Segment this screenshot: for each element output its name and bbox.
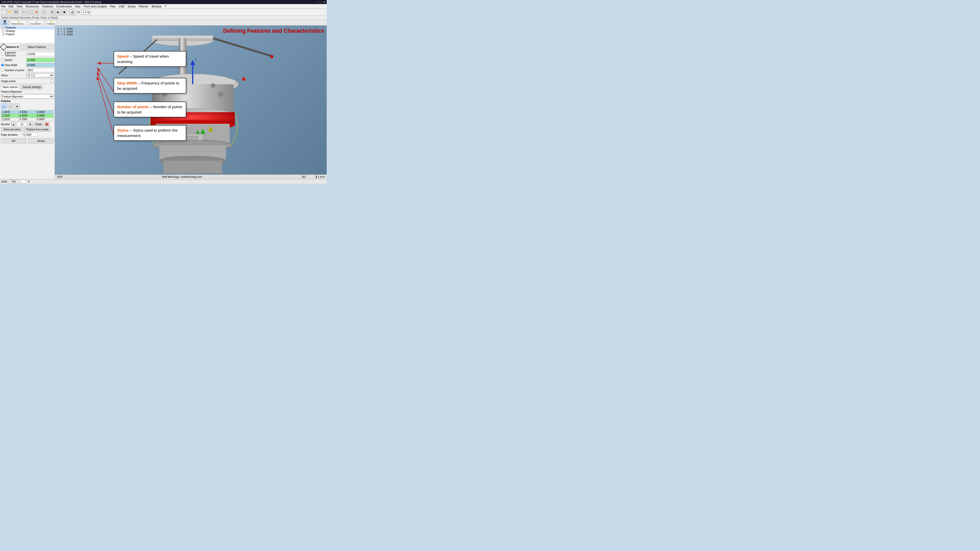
expected-tolerance-radio[interactable] xyxy=(1,52,4,56)
reset-button[interactable]: Reset xyxy=(28,138,54,143)
menu-help[interactable]: ? xyxy=(165,5,166,8)
cell-c3: 0.0000 xyxy=(36,114,53,118)
run-input[interactable] xyxy=(21,180,26,183)
maximize-btn[interactable]: □ xyxy=(320,1,321,3)
shape-rect-btn[interactable]: ▭ xyxy=(1,103,6,109)
number-up-btn[interactable]: ▲ xyxy=(11,122,16,126)
number-input[interactable] xyxy=(17,122,27,126)
polyline-from-model-button[interactable]: Polyline from model xyxy=(24,127,51,132)
menu-construction[interactable]: Construction xyxy=(56,5,72,8)
menu-edit[interactable]: Edit xyxy=(9,5,14,8)
polyline-label-item: Polyline xyxy=(6,33,14,36)
stylus-term: Stylus xyxy=(117,128,129,132)
feature-item-strategy[interactable]: 📋 Strategy xyxy=(0,29,54,33)
delete-button[interactable]: 🗑 xyxy=(45,122,49,126)
run-button[interactable]: Run xyxy=(9,179,18,183)
speed-input[interactable] xyxy=(26,58,55,62)
svg-line-2 xyxy=(213,38,272,56)
mode-features[interactable]: ⭐ Features xyxy=(46,20,57,25)
scale-indicator: 1 inch xyxy=(316,176,325,178)
edge-deviation-input[interactable] xyxy=(22,133,38,137)
features-icon: ⭐ xyxy=(50,21,52,23)
menu-extras[interactable]: Extras xyxy=(128,5,136,8)
menu-form[interactable]: Form and Location xyxy=(84,5,107,8)
features-label: Features xyxy=(47,23,56,25)
menu-planner[interactable]: Planner xyxy=(139,5,148,8)
annotation-number-points: Number of points – Number of points to b… xyxy=(114,102,186,118)
show-all-points-button[interactable]: Show all points xyxy=(1,127,23,132)
mode-bar: ⬛ CMM 📏 Measuremen... 📊 Characterist... … xyxy=(0,20,327,25)
step-width-term: Step Width xyxy=(117,81,137,85)
number-down-btn[interactable]: ▼ xyxy=(28,122,33,126)
cmm-label: CMM xyxy=(2,23,7,25)
toolbar-cut[interactable]: ✂ xyxy=(21,10,27,15)
toolbar-b2[interactable]: ▶ xyxy=(56,10,61,15)
svg-rect-32 xyxy=(163,161,222,173)
paste-button[interactable]: Paste xyxy=(34,122,44,126)
shape-circle-btn[interactable]: ○ xyxy=(8,103,13,109)
toolbar-new[interactable]: 📄 xyxy=(1,10,6,15)
feature-item-features[interactable]: 📋 Features xyxy=(0,26,54,29)
status-bar: 2024 Wolf Metrology | wolfmetrology.com … xyxy=(55,175,327,179)
toolbar-search[interactable]: 🔍 xyxy=(41,10,47,15)
expected-tolerance-input[interactable] xyxy=(26,52,55,56)
ok-button[interactable]: OK xyxy=(1,138,26,143)
annotation-speed: Speed – Speed of travel when scanning xyxy=(114,51,186,67)
menu-resources[interactable]: Resources xyxy=(25,5,39,8)
speed-radio[interactable] xyxy=(1,59,4,62)
polyline-icon: 📋 xyxy=(2,33,5,36)
step-width-radio[interactable] xyxy=(1,64,4,67)
cell-c1: 2.2525 xyxy=(1,114,19,118)
number-label: Number xyxy=(1,123,10,126)
menu-features[interactable]: Features xyxy=(42,5,53,8)
close-btn[interactable]: ✕ xyxy=(323,1,325,3)
number-points-label: Number of points xyxy=(1,68,25,72)
measurement-icon: 📏 xyxy=(18,21,20,23)
stylus-select[interactable]: ‌#1 1-Z xyxy=(26,73,54,77)
stylus-label: Stylus xyxy=(1,74,25,77)
menu-window[interactable]: Window xyxy=(151,5,162,8)
single-points-checkbox[interactable] xyxy=(51,79,54,83)
tab-basic-options[interactable]: Basic options xyxy=(1,85,20,89)
axis-select[interactable]: 1-Z xyxy=(81,10,91,14)
number-points-input[interactable] xyxy=(26,68,55,72)
mode-cmm[interactable]: ⬛ CMM xyxy=(1,20,8,25)
toolbar-b1[interactable]: ⚙ xyxy=(49,10,55,15)
toolbar-open[interactable]: 📂 xyxy=(7,10,13,15)
menu-file[interactable]: File xyxy=(1,5,6,8)
annotation-stylus: Stylus – Stylus used to preform the meas… xyxy=(114,125,186,141)
svg-marker-9 xyxy=(190,60,195,65)
single-points-label: Single points xyxy=(1,80,16,83)
toolbar-print[interactable]: 🖨 xyxy=(69,10,75,15)
shape-dot-btn[interactable]: ● xyxy=(14,103,20,109)
number-points-radio[interactable] xyxy=(1,68,4,72)
feature-alignment-select[interactable]: Feature Alignment xyxy=(1,94,54,99)
toolbar-save[interactable]: 💾 xyxy=(13,10,19,15)
table-row[interactable]: 2.2525 4.9200 0.0000 xyxy=(1,114,54,118)
mode-characteristic[interactable]: 📊 Characterist... xyxy=(29,20,44,25)
table-row[interactable]: 2.2525 4.7000 0.0000 xyxy=(1,118,54,121)
cell-c2: 4.7000 xyxy=(19,118,36,121)
toolbar-b3[interactable]: ⏹ xyxy=(62,10,67,15)
menu-plan[interactable]: Plan xyxy=(110,5,116,8)
speed-label: Speed xyxy=(1,59,25,62)
toolbar-copy[interactable]: 📋 xyxy=(27,10,33,15)
feature-alignment-select-row: Feature Alignment xyxy=(0,94,55,99)
expected-tolerance-label: Expected Tolerance xyxy=(1,51,25,57)
mode-measurement[interactable]: 📏 Measuremen... xyxy=(11,20,27,25)
feature-list[interactable]: 📋 Features 📋 Strategy 📋 Polyline xyxy=(0,25,55,43)
polyline-section-label: Polyline xyxy=(0,99,55,103)
table-row[interactable]: 1.4976 4.9200 0.0000 xyxy=(1,110,54,114)
menu-view[interactable]: View xyxy=(17,5,23,8)
step-width-input[interactable] xyxy=(26,63,55,67)
axis-label: #1 xyxy=(77,11,80,14)
speed-term: Speed xyxy=(117,54,129,59)
datum-features-button[interactable]: Datum Features xyxy=(20,45,54,49)
minimize-btn[interactable]: ─ xyxy=(316,1,318,3)
menu-size[interactable]: Size xyxy=(75,5,80,8)
feature-item-polyline[interactable]: 📋 Polyline xyxy=(0,33,54,36)
menu-cad[interactable]: CAD xyxy=(119,5,124,8)
toolbar-paste[interactable]: 📌 xyxy=(33,10,39,15)
run-close-icon[interactable]: ✕ xyxy=(28,180,30,183)
tab-special-settings[interactable]: Special Settings xyxy=(21,85,43,89)
